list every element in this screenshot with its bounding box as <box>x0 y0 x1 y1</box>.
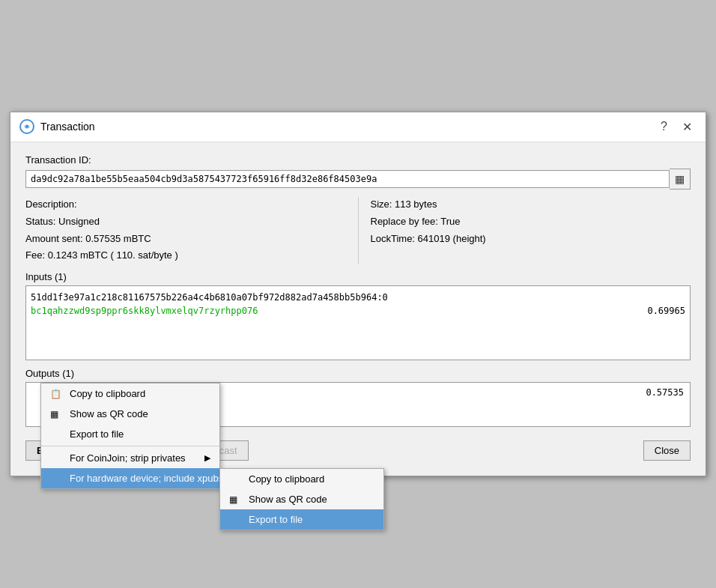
locktime-line: LockTime: 641019 (height) <box>371 231 691 247</box>
replace-by-fee-label: Replace by fee: <box>371 216 438 227</box>
description-line: Description: <box>25 197 346 213</box>
submenu-item-copy[interactable]: Copy to clipboard <box>220 469 383 489</box>
replace-by-fee-line: Replace by fee: True <box>371 214 691 230</box>
menu-item-coinjoin-label: For CoinJoin; strip privates <box>70 452 186 464</box>
size-value: 113 bytes <box>395 198 437 210</box>
transaction-id-input[interactable] <box>25 170 670 188</box>
inputs-area: 51dd1f3e97a1c218c81167575b226a4c4b6810a0… <box>25 285 691 360</box>
menu-separator <box>41 446 219 446</box>
submenu-item-export[interactable]: Export to file <box>220 509 383 530</box>
menu-item-copy[interactable]: 📋 Copy to clipboard <box>41 384 219 404</box>
help-button[interactable]: ? <box>656 118 672 135</box>
locktime-label: LockTime: <box>371 233 415 244</box>
amount-sent-line: Amount sent: 0.57535 mBTC <box>25 231 346 247</box>
status-label: Status: <box>25 216 55 227</box>
inputs-title: Inputs (1) <box>25 271 691 282</box>
outputs-overlay-area: Outputs (1) 0.57535 📋 Copy to clipboard … <box>25 368 691 427</box>
locktime-value: 641019 (height) <box>418 233 486 244</box>
qr-button[interactable]: ▦ <box>670 169 691 190</box>
dialog-title: Transaction <box>40 121 656 133</box>
size-label: Size: <box>371 198 392 210</box>
submenu-item-copy-label: Copy to clipboard <box>249 473 324 485</box>
menu-item-export-file-label: Export to file <box>70 428 124 440</box>
inputs-section: Inputs (1) 51dd1f3e97a1c218c81167575b226… <box>25 271 691 360</box>
app-icon <box>19 119 34 134</box>
qr-menu-icon: ▦ <box>50 409 64 419</box>
menu-item-qr-label: Show as QR code <box>70 408 148 419</box>
dialog-content: Transaction ID: ▦ Description: Status: U… <box>10 142 706 476</box>
transaction-dialog: Transaction ? ✕ Transaction ID: ▦ Descri… <box>10 112 706 476</box>
copy-icon: 📋 <box>50 389 64 399</box>
info-right: Size: 113 bytes Replace by fee: True Loc… <box>359 197 691 264</box>
transaction-id-label: Transaction ID: <box>25 154 691 166</box>
coinjoin-arrow: ▶ <box>204 453 210 463</box>
input-hash: 51dd1f3e97a1c218c81167575b226a4c4b6810a0… <box>31 291 685 304</box>
output-amount: 0.57535 <box>646 387 684 398</box>
fee-value: 0.1243 mBTC ( 110. sat/byte ) <box>48 249 178 261</box>
close-button[interactable]: Close <box>643 440 691 461</box>
input-address: bc1qahzzwd9sp9ppr6skk8ylvmxelqv7rzyrhpp0… <box>31 304 258 318</box>
submenu-item-qr[interactable]: ▦ Show as QR code <box>220 489 383 509</box>
replace-by-fee-value: True <box>440 216 460 227</box>
input-amount: 0.69965 <box>647 304 685 318</box>
outputs-title: Outputs (1) <box>25 368 691 379</box>
fee-label: Fee: <box>25 249 45 261</box>
primary-context-menu: 📋 Copy to clipboard ▦ Show as QR code Ex… <box>40 383 220 489</box>
qr-icon: ▦ <box>675 173 685 185</box>
title-bar-controls: ? ✕ <box>656 118 697 136</box>
fee-line: Fee: 0.1243 mBTC ( 110. sat/byte ) <box>25 248 346 264</box>
submenu-item-export-label: Export to file <box>249 514 303 525</box>
transaction-id-section: Transaction ID: ▦ <box>25 154 691 190</box>
menu-item-qr[interactable]: ▦ Show as QR code <box>41 404 219 424</box>
info-section: Description: Status: Unsigned Amount sen… <box>25 197 691 264</box>
menu-item-copy-label: Copy to clipboard <box>70 388 145 399</box>
menu-item-hardware-wrapper: For hardware device; include xpubs ▶ Cop… <box>41 468 219 488</box>
menu-item-export-file[interactable]: Export to file <box>41 424 219 444</box>
menu-item-hardware[interactable]: For hardware device; include xpubs ▶ <box>41 468 219 488</box>
info-left: Description: Status: Unsigned Amount sen… <box>25 197 359 264</box>
submenu-item-qr-label: Show as QR code <box>249 494 327 505</box>
submenu-qr-icon: ▦ <box>229 494 243 505</box>
status-line: Status: Unsigned <box>25 214 346 230</box>
amount-sent-label: Amount sent: <box>25 233 83 244</box>
input-address-row: bc1qahzzwd9sp9ppr6skk8ylvmxelqv7rzyrhpp0… <box>31 304 685 318</box>
transaction-id-row: ▦ <box>25 169 691 190</box>
amount-sent-value: 0.57535 mBTC <box>85 233 151 244</box>
secondary-context-menu: Copy to clipboard ▦ Show as QR code Expo… <box>219 468 384 530</box>
status-value: Unsigned <box>58 216 100 227</box>
menu-item-coinjoin[interactable]: For CoinJoin; strip privates ▶ <box>41 448 219 468</box>
menu-item-hardware-label: For hardware device; include xpubs <box>70 473 223 484</box>
title-bar: Transaction ? ✕ <box>10 112 706 142</box>
close-window-button[interactable]: ✕ <box>678 118 697 136</box>
size-line: Size: 113 bytes <box>371 197 691 213</box>
svg-point-1 <box>25 125 28 128</box>
